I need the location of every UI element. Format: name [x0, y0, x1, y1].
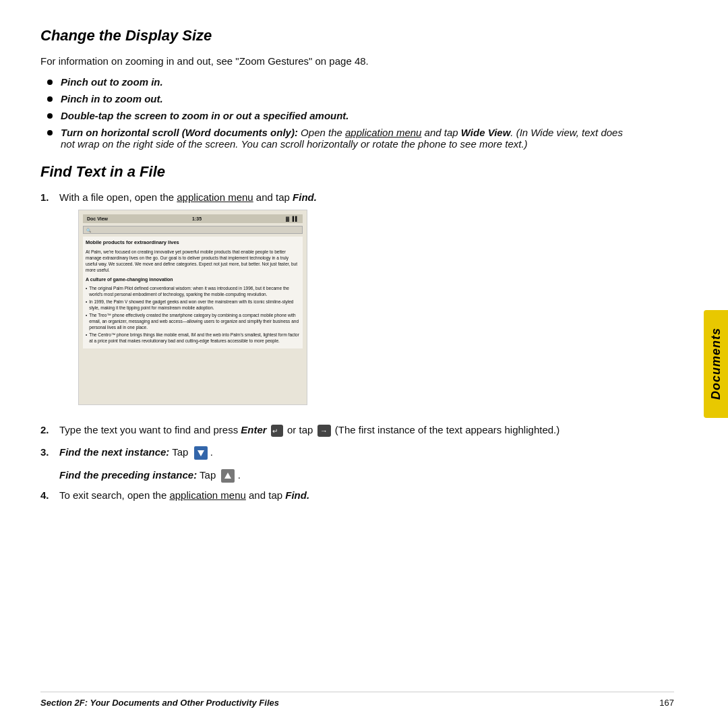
ss-bullet-text-2: In 1999, the Palm V showed the gadget ge…	[89, 299, 300, 311]
step1-bold: Find.	[293, 191, 317, 203]
section1-intro: For information on zooming in and out, s…	[40, 55, 634, 67]
step3-label: Find the next instance:	[59, 446, 169, 458]
ss-bullet-3: • The Treo™ phone effectively created th…	[86, 312, 300, 330]
period2: .	[238, 469, 241, 481]
bullet-dot	[47, 96, 53, 102]
main-content: Change the Display Size For information …	[0, 0, 688, 537]
ss-bullet-1: • The original Palm Pilot defined conven…	[86, 285, 300, 297]
step2-number: 2.	[40, 424, 59, 435]
step1-text: With a file open, open the	[59, 191, 177, 203]
find-preceding-label: Find the preceding instance:	[59, 469, 197, 481]
screenshot-inner: Doc View 1:35 ▓ ▐ ▌ 🔍 Mobile products fo…	[79, 210, 307, 404]
ss-bullet-text-3: The Treo™ phone effectively created the …	[89, 312, 300, 330]
side-tab[interactable]: Documents	[704, 310, 728, 418]
svg-text:→: →	[320, 427, 328, 435]
enter-icon: ↵	[271, 425, 283, 437]
ss-search-icon: 🔍	[86, 228, 91, 233]
ss-h2: A culture of game-changing innovation	[86, 276, 300, 283]
find-preceding-line: Find the preceding instance: Tap .	[59, 469, 634, 483]
step3-number: 3.	[40, 446, 59, 458]
list-item: Turn on horizontal scroll (Word document…	[47, 127, 634, 150]
arrow-right-icon: →	[317, 425, 331, 437]
step1-content: With a file open, open the application m…	[59, 191, 634, 415]
ss-bullet-4: • The Centro™ phone brings things like m…	[86, 332, 300, 344]
bullet-dot	[47, 130, 53, 135]
ss-bullet-text-1: The original Palm Pilot defined conventi…	[89, 285, 300, 297]
step4-number: 4.	[40, 489, 59, 501]
section2: Find Text in a File 1. With a file open,…	[40, 163, 634, 501]
step3-text: Tap	[169, 446, 191, 458]
ss-bullet-text-4: The Centro™ phone brings things like mob…	[89, 332, 300, 344]
svg-text:↵: ↵	[272, 427, 278, 435]
bullet-text-2: Pinch in to zoom out.	[61, 93, 163, 104]
ss-docview: Doc View	[87, 216, 108, 221]
step3-content: Find the next instance: Tap .	[59, 446, 634, 460]
step1-number: 1.	[40, 191, 59, 203]
ss-topbar: Doc View 1:35 ▓ ▐ ▌	[83, 214, 303, 223]
step4-end: and tap	[246, 489, 285, 501]
down-triangle-icon	[194, 446, 208, 460]
period1: .	[210, 446, 213, 458]
list-item: Double-tap the screen to zoom in or out …	[47, 110, 634, 121]
bullet-text-1: Pinch out to zoom in.	[61, 76, 163, 88]
ss-body: Mobile products for extraordinary lives …	[83, 237, 303, 348]
footer-page-number: 167	[659, 698, 674, 708]
ss-bullet-2: • In 1999, the Palm V showed the gadget …	[86, 299, 300, 311]
step2-bold: Enter	[241, 424, 266, 435]
step4-link[interactable]: application menu	[169, 489, 245, 501]
step2-note: (The first instance of the text appears …	[335, 424, 560, 435]
bullet-dot	[47, 113, 53, 119]
bullet4-bold-italic: Turn on horizontal scroll (Word document…	[61, 127, 298, 138]
find-preceding-text: Tap	[200, 469, 218, 481]
step1-end: and tap	[253, 191, 293, 203]
list-item: Pinch out to zoom in.	[47, 76, 634, 88]
list-item-1: 1. With a file open, open the applicatio…	[40, 191, 634, 415]
ss-body1: At Palm, we're focused on creating innov…	[86, 249, 300, 273]
bullet4-end: and tap	[421, 127, 460, 138]
numbered-list: 1. With a file open, open the applicatio…	[40, 191, 634, 460]
list-item-4: 4. To exit search, open the application …	[40, 489, 634, 501]
ss-bullet-dot: •	[86, 312, 87, 330]
numbered-list-2: 4. To exit search, open the application …	[40, 489, 634, 501]
ss-search-bar: 🔍	[83, 226, 303, 234]
ss-bullet-dot: •	[86, 299, 87, 311]
up-triangle-icon	[221, 469, 235, 483]
step2-text: Type the text you want to find and press	[59, 424, 241, 435]
step4-text: To exit search, open the	[59, 489, 169, 501]
step4-bold: Find.	[285, 489, 309, 501]
bullet-dot	[47, 80, 53, 85]
footer: Section 2F: Your Documents and Other Pro…	[40, 692, 674, 708]
step2-content: Type the text you want to find and press…	[59, 424, 634, 437]
bullet4-link[interactable]: application menu	[345, 127, 421, 138]
step1-link[interactable]: application menu	[177, 191, 253, 203]
screenshot: Doc View 1:35 ▓ ▐ ▌ 🔍 Mobile products fo…	[78, 210, 307, 405]
section2-title: Find Text in a File	[40, 163, 634, 181]
ss-bullet-dot: •	[86, 332, 87, 344]
side-tab-label: Documents	[709, 328, 723, 400]
bullet4-wideview: Wide View	[461, 127, 511, 138]
bullet4-normal: Open the	[298, 127, 345, 138]
ss-time: 1:35	[192, 216, 202, 221]
bullet-text-4: Turn on horizontal scroll (Word document…	[61, 127, 634, 150]
ss-h1: Mobile products for extraordinary lives	[86, 239, 300, 247]
step4-content: To exit search, open the application men…	[59, 489, 634, 501]
section1-title: Change the Display Size	[40, 27, 634, 44]
ss-icons: ▓ ▐ ▌	[286, 216, 299, 221]
bullet-text-3: Double-tap the screen to zoom in or out …	[61, 110, 349, 121]
bullet-list: Pinch out to zoom in. Pinch in to zoom o…	[40, 76, 634, 150]
footer-section-text: Section 2F: Your Documents and Other Pro…	[40, 698, 279, 708]
ss-bullet-dot: •	[86, 285, 87, 297]
list-item-3: 3. Find the next instance: Tap .	[40, 446, 634, 460]
list-item: Pinch in to zoom out.	[47, 93, 634, 104]
step2-end: or tap	[287, 424, 316, 435]
list-item-2: 2. Type the text you want to find and pr…	[40, 424, 634, 437]
